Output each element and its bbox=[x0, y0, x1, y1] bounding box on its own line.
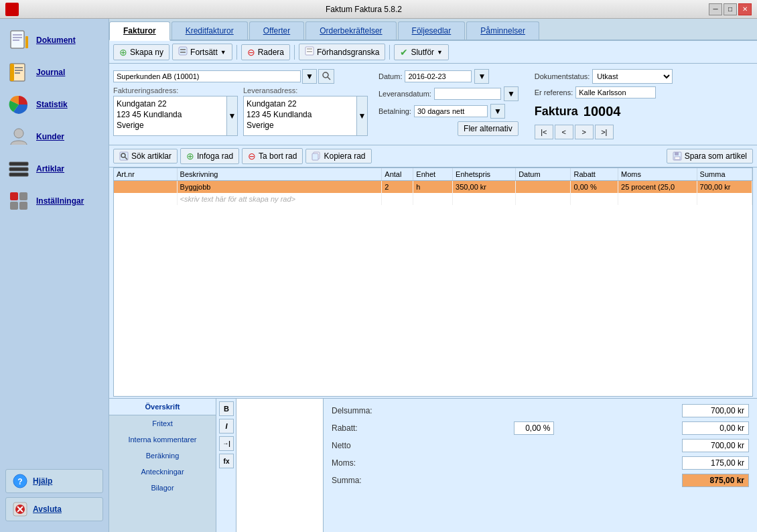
table-row-new[interactable]: <skriv text här för att skapa ny rad> bbox=[114, 193, 752, 205]
nav-last-button[interactable]: >| bbox=[595, 125, 614, 139]
dokument-icon bbox=[8, 29, 29, 51]
faktura-number: 10004 bbox=[583, 104, 621, 119]
tab-kreditfakturor[interactable]: Kreditfakturor bbox=[171, 21, 248, 40]
window-controls: ─ □ ✕ bbox=[709, 3, 752, 15]
sidebar-item-dokument[interactable]: Dokument bbox=[0, 24, 109, 56]
skapa-ny-icon: ⊕ bbox=[119, 47, 127, 58]
forhandsgranska-button[interactable]: Förhandsgranska bbox=[299, 44, 385, 60]
toolbar-sep-1 bbox=[236, 45, 237, 60]
bottom-nav-bilagor[interactable]: Bilagor bbox=[109, 480, 216, 496]
tab-orderbekraftelser[interactable]: Orderbekräftelser bbox=[305, 21, 396, 40]
billing-address-expand[interactable]: ▼ bbox=[227, 96, 238, 136]
col-artnr: Art.nr bbox=[114, 168, 177, 181]
kopiera-rad-button[interactable]: Kopiera rad bbox=[305, 149, 371, 163]
er-referens-label: Er referens: bbox=[535, 88, 573, 96]
sidebar-item-installningar[interactable]: Inställningar bbox=[0, 185, 109, 217]
svg-rect-13 bbox=[9, 168, 28, 171]
new-row-cell bbox=[114, 193, 177, 205]
hjälp-icon: ? bbox=[13, 474, 27, 488]
articles-table: Art.nr Beskrivning Antal Enhet Enhetspri… bbox=[114, 168, 752, 205]
fortsatt-button[interactable]: Fortsätt ▼ bbox=[172, 44, 232, 60]
leveransdatum-input[interactable] bbox=[434, 88, 501, 100]
italic-button[interactable]: I bbox=[219, 419, 234, 434]
new-row-placeholder: <skriv text här för att skapa ny rad> bbox=[177, 193, 382, 205]
cell-beskrivning: Byggjobb bbox=[177, 181, 382, 194]
col-summa: Summa bbox=[697, 168, 752, 181]
radera-icon: ⊖ bbox=[247, 47, 255, 58]
sok-artiklar-icon bbox=[119, 151, 129, 161]
tab-fakturor[interactable]: Fakturor bbox=[109, 21, 170, 41]
tab-offerter[interactable]: Offerter bbox=[249, 21, 304, 40]
nav-next-button[interactable]: > bbox=[575, 125, 594, 139]
bold-button[interactable]: B bbox=[219, 401, 234, 416]
slutfor-button[interactable]: ✔ Slutför ▼ bbox=[394, 44, 449, 60]
kunder-icon bbox=[8, 126, 29, 147]
invoice-form: ▼ Faktureringsadress: bbox=[109, 64, 757, 145]
avsluta-button[interactable]: Avsluta bbox=[5, 497, 103, 521]
tab-paminnelser[interactable]: Påminnelser bbox=[466, 21, 539, 40]
dokumentstatus-select[interactable]: Utkast bbox=[592, 69, 673, 84]
bottom-nav-anteckningar[interactable]: Anteckningar bbox=[109, 464, 216, 480]
svg-rect-29 bbox=[307, 48, 312, 50]
customer-search-button[interactable] bbox=[318, 69, 334, 84]
fortsatt-icon bbox=[178, 46, 188, 58]
er-referens-input[interactable] bbox=[575, 86, 656, 98]
svg-rect-2 bbox=[13, 37, 22, 38]
close-button[interactable]: ✕ bbox=[738, 3, 752, 15]
sidebar-item-journal[interactable]: Journal bbox=[0, 56, 109, 88]
customer-input[interactable] bbox=[113, 70, 301, 82]
text-area[interactable] bbox=[236, 399, 323, 532]
sidebar-item-artiklar[interactable]: Artiklar bbox=[0, 153, 109, 185]
moms-value: 175,00 kr bbox=[682, 456, 749, 470]
fler-alternativ-button[interactable]: Fler alternativ bbox=[458, 121, 519, 136]
rabatt-percent-input[interactable] bbox=[514, 421, 554, 435]
nav-first-button[interactable]: |< bbox=[535, 125, 553, 139]
bottom-nav: Överskrift Fritext Interna kommentarer B… bbox=[109, 399, 216, 532]
tab-foljesedlar[interactable]: Följesedlar bbox=[398, 21, 466, 40]
datum-dropdown-button[interactable]: ▼ bbox=[474, 69, 489, 84]
svg-rect-30 bbox=[307, 51, 312, 52]
spara-som-artikel-button[interactable]: Spara som artikel bbox=[667, 149, 753, 163]
svg-point-11 bbox=[14, 129, 23, 138]
infoga-rad-icon: ⊕ bbox=[186, 151, 194, 161]
kopiera-rad-icon bbox=[312, 151, 321, 161]
bottom-nav-interna-kommentarer[interactable]: Interna kommentarer bbox=[109, 431, 216, 448]
sok-artiklar-button[interactable]: Sök artiklar bbox=[113, 149, 178, 163]
infoga-rad-button[interactable]: ⊕ Infoga rad bbox=[180, 148, 239, 164]
betalning-input[interactable] bbox=[414, 105, 488, 117]
datum-input[interactable] bbox=[405, 70, 472, 82]
minimize-button[interactable]: ─ bbox=[709, 3, 722, 15]
skapa-ny-button[interactable]: ⊕ Skapa ny bbox=[113, 44, 169, 60]
betalning-dropdown-button[interactable]: ▼ bbox=[490, 104, 505, 119]
svg-rect-17 bbox=[10, 202, 18, 210]
customer-dropdown-button[interactable]: ▼ bbox=[302, 69, 317, 84]
app-title: Faktum Faktura 5.8.2 bbox=[19, 5, 709, 14]
ta-bort-rad-button[interactable]: ⊖ Ta bort rad bbox=[242, 148, 303, 164]
radera-button[interactable]: ⊖ Radera bbox=[241, 44, 290, 60]
sidebar-item-kunder[interactable]: Kunder bbox=[0, 121, 109, 153]
leveransdatum-dropdown-button[interactable]: ▼ bbox=[504, 86, 519, 101]
cell-datum bbox=[516, 181, 571, 194]
moms-row: Moms: 175,00 kr bbox=[332, 456, 749, 470]
nav-prev-button[interactable]: < bbox=[555, 125, 573, 139]
delsumma-label: Delsumma: bbox=[332, 406, 385, 415]
bottom-nav-fritext[interactable]: Fritext bbox=[109, 415, 216, 431]
delivery-address: Leveransadress: Kundgatan 22 123 45 Kund… bbox=[243, 86, 368, 136]
sidebar-item-statistik[interactable]: Statistik bbox=[0, 88, 109, 121]
svg-rect-27 bbox=[180, 52, 186, 53]
bottom-nav-overskrift[interactable]: Överskrift bbox=[109, 399, 216, 415]
svg-rect-18 bbox=[19, 202, 27, 210]
delivery-address-expand[interactable]: ▼ bbox=[357, 96, 368, 136]
toolbar-sep-2 bbox=[294, 45, 295, 60]
delivery-address-content: Kundgatan 22 123 45 Kundlanda Sverige bbox=[243, 96, 357, 136]
formula-button[interactable]: fx bbox=[219, 454, 234, 468]
app-logo bbox=[5, 3, 19, 16]
faktura-label: Faktura bbox=[535, 105, 578, 119]
delsumma-row: Delsumma: 700,00 kr bbox=[332, 404, 749, 417]
bottom-left: Överskrift Fritext Interna kommentarer B… bbox=[109, 399, 324, 532]
hjälp-button[interactable]: ? Hjälp bbox=[5, 469, 103, 493]
maximize-button[interactable]: □ bbox=[724, 3, 737, 15]
table-row[interactable]: Byggjobb 2 h 350,00 kr 0,00 % 25 procent… bbox=[114, 181, 752, 194]
indent-button[interactable]: →| bbox=[219, 436, 234, 451]
bottom-nav-berakning[interactable]: Beräkning bbox=[109, 448, 216, 464]
